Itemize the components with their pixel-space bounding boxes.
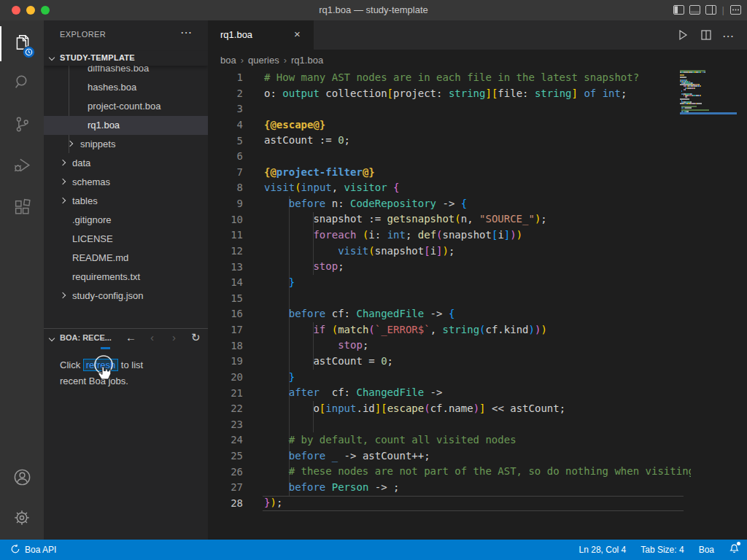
source-control-icon [13,115,31,136]
code-line-24: # by default, count all visited nodes [264,432,691,448]
tab-label: rq1.boa [220,29,252,40]
line-number: 13 [208,260,243,276]
window-title: rq1.boa — study-template [0,4,747,15]
file-row-requirements.txt[interactable]: requirements.txt [44,268,208,287]
breadcrumb-separator: › [279,55,291,66]
code-line-20: } [264,370,691,386]
file-tree: diffhashes.boahashes.boaproject-count.bo… [44,64,208,328]
file-row-tables[interactable]: tables [44,192,208,211]
status-tab-size[interactable]: Tab Size: 4 [640,545,684,555]
minimap[interactable] [680,70,738,114]
code-line-18: stop; [264,338,691,354]
toggle-secondary-sidebar-icon[interactable] [705,5,716,15]
toggle-sidebar-icon[interactable] [673,5,684,15]
file-row-README.md[interactable]: README.md [44,249,208,268]
explorer-more-actions-icon[interactable]: ⋯ [180,26,192,39]
line-number: 16 [208,306,243,322]
code-editor[interactable]: # How many AST nodes are in each file in… [264,70,691,511]
toggle-panel-icon[interactable] [689,5,700,15]
refresh-link[interactable]: refresh [83,359,118,371]
line-number: 1 [208,70,243,86]
code-line-1: # How many AST nodes are in each file in… [264,70,691,86]
sidebar-item-source-control[interactable] [0,108,44,143]
line-number: 23 [208,417,243,433]
code-line-5: astCount := 0; [264,133,691,149]
file-row-rq1.boa[interactable]: rq1.boa [44,116,208,135]
sidebar-item-run-debug[interactable] [0,149,44,184]
chevron-right-icon[interactable]: › [172,331,176,343]
code-line-25: before _ -> astCount++; [264,448,691,464]
code-line-3 [264,101,691,117]
tab-rq1.boa[interactable]: rq1.boa × [208,20,314,50]
code-line-13: stop; [264,259,691,275]
file-row-LICENSE[interactable]: LICENSE [44,230,208,249]
chevron-down-icon [49,55,55,61]
line-number: 21 [208,386,243,402]
code-line-23 [264,416,691,432]
chevron-right-icon [60,160,66,166]
line-number: 14 [208,275,243,291]
file-label: rq1.boa [88,120,120,131]
line-number: 19 [208,354,243,370]
code-line-16: before cf: ChangedFile -> { [264,306,691,322]
extensions-icon [13,198,31,219]
file-label: LICENSE [72,233,113,244]
settings-button[interactable] [0,502,44,537]
file-row-diffhashes.boa[interactable]: diffhashes.boa [44,64,208,78]
line-number: 24 [208,432,243,448]
line-number: 5 [208,133,243,149]
code-line-17: if (match(`_ERROR$`, string(cf.kind))) [264,322,691,338]
boa-panel-header[interactable]: BOA: RECE... ← ‹ › ↻ [44,328,208,347]
notification-dot [737,542,740,545]
sidebar-item-search[interactable] [0,66,44,101]
status-language-mode[interactable]: Boa [699,545,714,555]
file-row-study-config.json[interactable]: study-config.json [44,287,208,306]
refresh-icon[interactable]: ↻ [191,331,201,344]
file-row-schemas[interactable]: schemas [44,173,208,192]
code-line-11: foreach (i: int; def(snapshot[i])) [264,228,691,244]
notifications-bell-icon[interactable] [729,543,740,556]
close-tab-icon[interactable]: × [294,28,301,40]
customize-layout-icon[interactable] [730,5,741,15]
workspace-root-row[interactable]: STUDY-TEMPLATE [44,51,208,66]
status-cursor-position[interactable]: Ln 28, Col 4 [579,545,627,555]
line-number: 3 [208,101,243,117]
line-number: 6 [208,149,243,165]
line-number: 17 [208,322,243,338]
code-line-7: {@project-filter@} [264,165,691,181]
file-row-project-count.boa[interactable]: project-count.boa [44,97,208,116]
line-number: 27 [208,480,243,496]
search-icon [13,73,31,94]
sidebar-item-explorer[interactable] [0,26,44,61]
boa-progress-bar [101,347,110,349]
minimap-current-line-band [680,112,737,114]
file-row-snippets[interactable]: snippets [44,135,208,154]
sidebar-item-extensions[interactable] [0,191,44,226]
code-line-4: {@escape@} [264,117,691,133]
code-line-6 [264,149,691,165]
breadcrumb-item[interactable]: queries [248,55,279,66]
status-boa-api[interactable]: Boa API [10,540,56,560]
account-button[interactable] [0,461,44,496]
back-arrow-icon[interactable]: ← [125,331,136,343]
gear-icon [12,508,31,530]
file-row-data[interactable]: data [44,154,208,173]
code-line-10: snapshot := getsnapshot(n, "SOURCE_"); [264,211,691,228]
code-line-15 [264,291,691,307]
code-line-21: after cf: ChangedFile -> [264,385,691,401]
editor-more-actions-icon[interactable]: ⋯ [722,29,734,43]
line-number: 25 [208,448,243,464]
line-number: 7 [208,165,243,181]
code-line-19: astCount = 0; [264,354,691,370]
tab-bar: rq1.boa × ⋯ [208,20,747,50]
chevron-right-icon [67,141,73,147]
line-number: 26 [208,464,243,481]
split-editor-icon[interactable] [700,29,712,44]
chevron-right-icon [60,198,66,203]
chevron-left-icon[interactable]: ‹ [150,331,154,343]
breadcrumb-item[interactable]: boa [220,55,236,66]
run-file-icon[interactable] [677,29,689,44]
file-row-hashes.boa[interactable]: hashes.boa [44,78,208,97]
breadcrumb-item[interactable]: rq1.boa [291,55,323,66]
file-row-.gitignore[interactable]: .gitignore [44,211,208,230]
